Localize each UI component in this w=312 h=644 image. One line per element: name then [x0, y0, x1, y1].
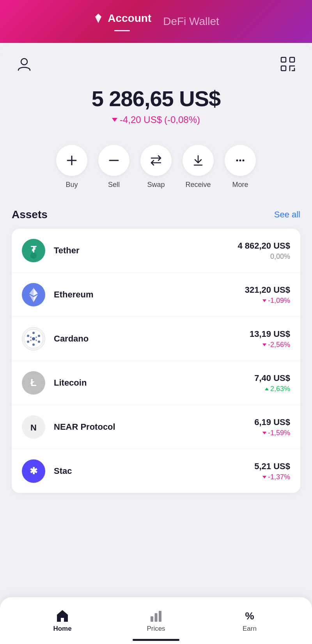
- table-row[interactable]: Ν NEAR Protocol 6,19 US$ -1,59%: [12, 405, 300, 449]
- svg-rect-46: [159, 611, 161, 622]
- home-icon-svg: [55, 608, 69, 623]
- earn-icon: %: [243, 608, 257, 623]
- svg-point-37: [35, 340, 37, 341]
- top-bar: [0, 43, 312, 78]
- svg-point-31: [27, 341, 29, 343]
- prices-label: Prices: [147, 625, 165, 633]
- sell-button[interactable]: Sell: [98, 145, 129, 189]
- asset-name-cardano: Cardano: [54, 334, 250, 344]
- main-content: 5 286,65 US$ -4,20 US$ (-0,08%) Buy S: [0, 43, 312, 644]
- svg-point-15: [236, 160, 238, 162]
- cardano-amount: 13,19 US$: [250, 329, 290, 339]
- defi-tab[interactable]: DeFi Wallet: [163, 15, 219, 28]
- more-icon-circle: [225, 145, 256, 176]
- nav-earn[interactable]: % Earn: [230, 608, 269, 633]
- stac-values: 5,21 US$ -1,37%: [254, 461, 290, 481]
- tether-icon: ₮: [24, 241, 43, 260]
- bottom-nav: Home Prices % Earn: [0, 597, 312, 644]
- see-all-button[interactable]: See all: [274, 210, 300, 220]
- svg-rect-4: [290, 57, 294, 62]
- svg-rect-3: [281, 57, 286, 62]
- asset-name-litecoin: Litecoin: [54, 378, 254, 388]
- swap-button[interactable]: Swap: [140, 145, 172, 189]
- tether-amount: 4 862,20 US$: [238, 241, 290, 251]
- ethereum-amount: 321,20 US$: [245, 285, 290, 295]
- home-icon: [55, 608, 69, 623]
- svg-rect-44: [151, 616, 153, 622]
- buy-label: Buy: [66, 181, 78, 189]
- prices-icon: [149, 608, 163, 623]
- ethereum-icon: [24, 285, 43, 304]
- receive-button[interactable]: Receive: [183, 145, 214, 189]
- earn-label: Earn: [243, 625, 257, 633]
- balance-change: -4,20 US$ (-0,08%): [8, 114, 304, 125]
- assets-title: Assets: [12, 208, 48, 221]
- asset-name-tether: Tether: [54, 246, 238, 256]
- table-row[interactable]: Cardano 13,19 US$ -2,56%: [12, 317, 300, 361]
- ethereum-change: -1,09%: [245, 297, 290, 305]
- home-indicator: [133, 639, 179, 641]
- earn-icon-svg: %: [243, 608, 257, 623]
- stacks-icon: ✱: [24, 461, 43, 481]
- svg-point-28: [32, 343, 35, 346]
- tether-values: 4 862,20 US$ 0,00%: [238, 241, 290, 261]
- table-row[interactable]: ✱ Stac 5,21 US$ -1,37%: [12, 449, 300, 493]
- defi-tab-label: DeFi Wallet: [163, 15, 219, 28]
- svg-text:✱: ✱: [30, 466, 37, 476]
- near-change: -1,59%: [254, 429, 290, 437]
- svg-point-16: [239, 160, 241, 162]
- scan-icon-button[interactable]: [278, 54, 298, 74]
- nav-home[interactable]: Home: [43, 608, 82, 633]
- buy-button[interactable]: Buy: [56, 145, 87, 189]
- svg-point-35: [35, 336, 37, 338]
- cardano-values: 13,19 US$ -2,56%: [250, 329, 290, 349]
- nav-prices[interactable]: Prices: [136, 608, 176, 633]
- cardano-logo: [22, 327, 45, 350]
- account-tab[interactable]: Account: [93, 12, 151, 31]
- home-label: Home: [53, 625, 71, 633]
- svg-point-27: [32, 332, 35, 334]
- ethereum-values: 321,20 US$ -1,09%: [245, 285, 290, 305]
- receive-label: Receive: [185, 181, 211, 189]
- diamond-icon: [93, 13, 104, 24]
- cardano-icon: [24, 329, 43, 349]
- litecoin-logo: Ł: [22, 371, 45, 395]
- litecoin-icon: Ł: [24, 373, 43, 393]
- svg-point-33: [32, 337, 35, 340]
- svg-text:%: %: [245, 610, 254, 622]
- balance-section: 5 286,65 US$ -4,20 US$ (-0,08%): [0, 78, 312, 129]
- litecoin-values: 7,40 US$ 2,63%: [254, 373, 290, 393]
- svg-rect-5: [281, 66, 286, 71]
- prices-icon-svg: [149, 608, 163, 623]
- more-button[interactable]: More: [225, 145, 256, 189]
- table-row[interactable]: ₮ Tether 4 862,20 US$ 0,00%: [12, 229, 300, 273]
- plus-icon: [66, 155, 78, 166]
- svg-point-2: [21, 59, 27, 65]
- ltc-up-arrow-icon: [265, 388, 269, 390]
- table-row[interactable]: Ethereum 321,20 US$ -1,09%: [12, 273, 300, 317]
- stac-change: -1,37%: [254, 473, 290, 481]
- litecoin-change: 2,63%: [254, 385, 290, 393]
- litecoin-amount: 7,40 US$: [254, 373, 290, 383]
- buy-icon-circle: [56, 145, 87, 176]
- svg-point-36: [30, 340, 32, 341]
- table-row[interactable]: Ł Litecoin 7,40 US$ 2,63%: [12, 361, 300, 405]
- sell-icon-circle: [98, 145, 129, 176]
- swap-icon: [150, 154, 162, 167]
- asset-name-ethereum: Ethereum: [54, 290, 245, 300]
- near-amount: 6,19 US$: [254, 417, 290, 427]
- near-down-arrow-icon: [262, 432, 266, 434]
- user-icon-button[interactable]: [14, 54, 34, 74]
- sell-label: Sell: [108, 181, 120, 189]
- account-tab-label: Account: [108, 12, 151, 25]
- svg-point-17: [243, 160, 245, 162]
- header: Account DeFi Wallet: [0, 0, 312, 43]
- stacks-logo: ✱: [22, 459, 45, 483]
- svg-text:Ł: Ł: [30, 377, 37, 388]
- swap-label: Swap: [147, 181, 165, 189]
- tether-change: 0,00%: [238, 253, 290, 261]
- more-icon: [234, 154, 246, 167]
- ada-down-arrow-icon: [262, 343, 266, 346]
- more-label: More: [232, 181, 248, 189]
- near-logo: Ν: [22, 415, 45, 439]
